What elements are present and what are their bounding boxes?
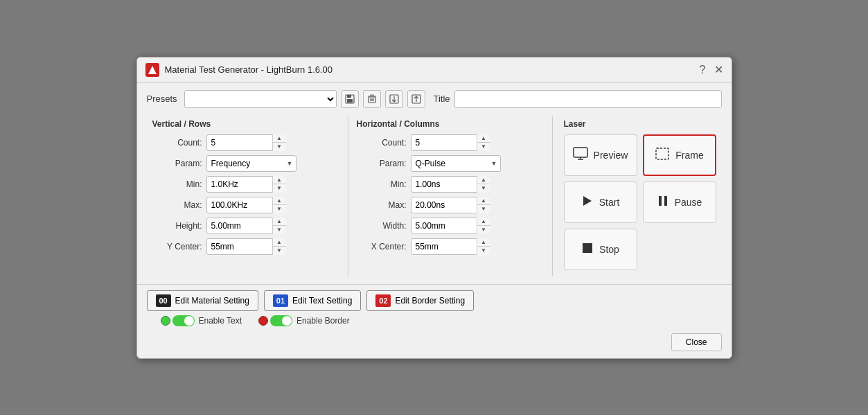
bottom-close-area: Close <box>137 333 732 358</box>
presets-row: Presets <box>147 90 722 108</box>
close-button[interactable]: Close <box>671 333 722 351</box>
text-badge: 01 <box>273 294 288 307</box>
svg-rect-19 <box>664 196 667 206</box>
preview-label: Preview <box>594 150 628 161</box>
border-badge: 02 <box>375 294 391 307</box>
laser-panel: Laser Preview <box>556 116 722 276</box>
h-count-down[interactable]: ▼ <box>477 143 490 151</box>
v-height-down[interactable]: ▼ <box>273 226 286 234</box>
frame-label: Frame <box>675 150 703 161</box>
v-max-row: Max: ▲ ▼ <box>152 197 339 213</box>
h-width-up[interactable]: ▲ <box>477 218 490 227</box>
vertical-panel: Vertical / Rows Count: ▲ ▼ Param: <box>147 116 345 276</box>
panels-row: Vertical / Rows Count: ▲ ▼ Param: <box>147 116 722 276</box>
titlebar-controls: ? ✕ <box>700 64 723 76</box>
app-icon <box>145 63 159 77</box>
svg-rect-20 <box>583 243 592 253</box>
divider-1 <box>348 116 348 276</box>
h-xcenter-up[interactable]: ▲ <box>477 238 490 247</box>
v-height-arrows: ▲ ▼ <box>272 218 286 234</box>
v-max-up[interactable]: ▲ <box>273 197 286 206</box>
svg-rect-18 <box>659 196 662 206</box>
vertical-title: Vertical / Rows <box>152 119 339 129</box>
v-ycenter-down[interactable]: ▼ <box>273 247 286 255</box>
save-preset-button[interactable] <box>341 90 359 108</box>
h-param-select[interactable]: Q-Pulse Frequency Speed Power <box>411 155 501 172</box>
delete-preset-button[interactable] <box>363 90 381 108</box>
close-window-button[interactable]: ✕ <box>714 64 723 76</box>
title-input[interactable] <box>454 90 722 108</box>
enable-text-toggle-group <box>161 315 195 326</box>
preview-button[interactable]: Preview <box>564 134 637 176</box>
v-param-select[interactable]: Frequency Speed Power <box>206 155 296 172</box>
h-xcenter-arrows: ▲ ▼ <box>477 238 490 255</box>
enable-text-label: Enable Text <box>199 316 242 326</box>
pause-icon <box>657 195 669 209</box>
v-min-down[interactable]: ▼ <box>273 184 286 193</box>
edit-material-label: Edit Material Setting <box>175 296 249 306</box>
stop-icon <box>581 242 594 256</box>
edit-text-button[interactable]: 01 Edit Text Setting <box>264 290 362 311</box>
h-min-row: Min: ▲ ▼ <box>357 176 544 193</box>
v-min-spinner: ▲ ▼ <box>206 176 286 193</box>
edit-border-button[interactable]: 02 Edit Border Setting <box>366 290 474 311</box>
title-label: Title <box>434 94 450 104</box>
h-max-arrows: ▲ ▼ <box>477 197 490 213</box>
laser-title: Laser <box>564 119 716 129</box>
h-width-arrows: ▲ ▼ <box>477 218 490 234</box>
h-min-spinner: ▲ ▼ <box>411 176 490 193</box>
h-count-spinner: ▲ ▼ <box>411 134 490 151</box>
pause-button[interactable]: Pause <box>643 182 716 223</box>
h-width-down[interactable]: ▼ <box>477 226 490 234</box>
edit-border-label: Edit Border Setting <box>395 296 465 306</box>
start-button[interactable]: Start <box>564 182 637 223</box>
frame-button[interactable]: Frame <box>643 134 716 176</box>
v-ycenter-row: Y Center: ▲ ▼ <box>152 238 339 255</box>
svg-marker-17 <box>583 196 592 206</box>
bottom-row1: 00 Edit Material Setting 01 Edit Text Se… <box>147 290 722 311</box>
edit-material-button[interactable]: 00 Edit Material Setting <box>147 290 258 311</box>
presets-label: Presets <box>147 94 180 104</box>
v-max-label: Max: <box>152 200 202 210</box>
divider-2 <box>552 116 553 276</box>
v-count-arrows: ▲ ▼ <box>272 134 286 151</box>
enable-text-toggle[interactable] <box>172 315 195 326</box>
h-max-down[interactable]: ▼ <box>477 205 490 213</box>
h-param-label: Param: <box>357 159 407 168</box>
v-height-up[interactable]: ▲ <box>273 218 286 227</box>
h-width-label: Width: <box>357 221 407 231</box>
v-count-down[interactable]: ▼ <box>273 143 286 151</box>
v-height-spinner: ▲ ▼ <box>206 218 286 234</box>
v-ycenter-arrows: ▲ ▼ <box>272 238 286 255</box>
h-count-row: Count: ▲ ▼ <box>357 134 544 151</box>
enable-border-toggle-red-dot <box>258 316 268 326</box>
h-min-down[interactable]: ▼ <box>477 184 490 193</box>
window-title: Material Test Generator - LightBurn 1.6.… <box>165 64 333 75</box>
h-xcenter-down[interactable]: ▼ <box>477 247 490 255</box>
enable-border-toggle-row: Enable Border <box>258 315 350 326</box>
import-preset-button[interactable] <box>385 90 403 108</box>
edit-text-label: Edit Text Setting <box>292 296 353 306</box>
v-count-up[interactable]: ▲ <box>273 134 286 143</box>
bottom-bar: 00 Edit Material Setting 01 Edit Text Se… <box>137 284 732 333</box>
v-max-down[interactable]: ▼ <box>273 205 286 213</box>
v-count-spinner: ▲ ▼ <box>206 134 286 151</box>
h-xcenter-spinner: ▲ ▼ <box>411 238 490 255</box>
enable-border-toggle[interactable] <box>270 315 292 326</box>
h-max-up[interactable]: ▲ <box>477 197 490 206</box>
preview-icon <box>573 147 588 163</box>
presets-dropdown[interactable] <box>184 90 337 108</box>
v-min-label: Min: <box>152 179 202 189</box>
h-count-up[interactable]: ▲ <box>477 134 490 143</box>
h-min-up[interactable]: ▲ <box>477 176 490 185</box>
horizontal-panel: Horizontal / Columns Count: ▲ ▼ Param: <box>351 116 549 276</box>
v-min-row: Min: ▲ ▼ <box>152 176 339 193</box>
v-ycenter-up[interactable]: ▲ <box>273 238 286 247</box>
stop-button[interactable]: Stop <box>564 229 637 270</box>
help-button[interactable]: ? <box>700 64 706 76</box>
h-width-spinner: ▲ ▼ <box>411 218 490 234</box>
svg-rect-3 <box>347 99 353 103</box>
v-count-label: Count: <box>152 138 202 148</box>
v-min-up[interactable]: ▲ <box>273 176 286 185</box>
export-preset-button[interactable] <box>407 90 425 108</box>
